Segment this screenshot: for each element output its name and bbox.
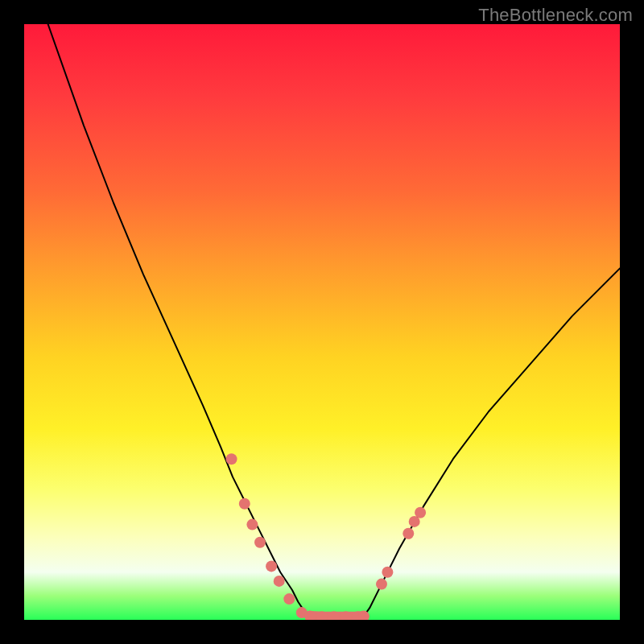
watermark-text: TheBottleneck.com — [478, 5, 633, 26]
data-point — [304, 611, 316, 620]
plot-area — [24, 24, 620, 620]
data-point — [246, 519, 258, 530]
data-point — [415, 507, 426, 518]
data-point — [328, 611, 340, 620]
data-point — [358, 611, 369, 620]
data-point — [352, 611, 363, 620]
chart-frame: TheBottleneck.com — [0, 0, 644, 644]
bottleneck-curve — [48, 24, 620, 617]
data-point — [266, 560, 277, 572]
data-point — [254, 537, 266, 548]
data-point — [341, 611, 352, 620]
data-point — [409, 516, 420, 527]
chart-svg — [24, 24, 620, 620]
data-point — [382, 567, 393, 578]
data-point — [283, 593, 295, 605]
data-point — [274, 576, 285, 587]
data-point — [239, 498, 250, 510]
data-point — [226, 453, 237, 464]
data-point — [402, 528, 414, 539]
data-point — [376, 579, 387, 590]
data-point — [296, 607, 308, 618]
floor-marker — [310, 617, 364, 617]
data-point — [316, 611, 328, 620]
